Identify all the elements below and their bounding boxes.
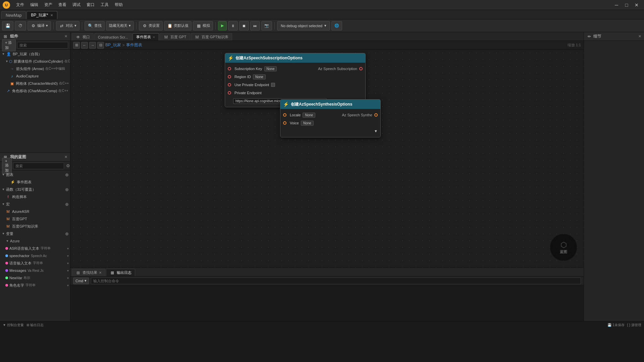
private-endpoint-checkbox[interactable] bbox=[271, 83, 275, 87]
compile-button[interactable]: ⚙ 编译 ▾ bbox=[28, 21, 51, 31]
var-newvar[interactable]: NewVar 布尔 ▾ bbox=[0, 274, 70, 282]
nav-back-button[interactable]: ← bbox=[81, 42, 88, 49]
breadcrumb-current[interactable]: 事件图表 bbox=[126, 42, 142, 48]
nav-grid-button[interactable]: ⊞ bbox=[73, 42, 80, 49]
status-save: 💾 1未保存 bbox=[607, 323, 625, 327]
tab-construction[interactable]: Construction Scr... bbox=[94, 33, 132, 41]
azure-group-arrow: ▼ bbox=[5, 239, 9, 243]
section-variables[interactable]: ▼ 变量 ⊕ bbox=[0, 230, 70, 237]
tree-item-audio[interactable]: ♪ AudioCapture bbox=[0, 72, 70, 80]
var-group-azure[interactable]: ▼ Azure bbox=[0, 237, 70, 245]
pause-button[interactable]: ⏸ bbox=[228, 21, 238, 31]
stop-button[interactable]: ⏹ bbox=[239, 21, 249, 31]
var-voice-input[interactable]: 语音输入文本 字符串 ▾ bbox=[0, 259, 70, 267]
globe-button[interactable]: 🌐 bbox=[331, 21, 342, 31]
menu-window[interactable]: 窗口 bbox=[84, 1, 97, 9]
nav-home-button[interactable]: ⊟ bbox=[97, 42, 104, 49]
simulate-button[interactable]: ▦ 模拟 bbox=[193, 21, 213, 31]
tree-item-mesh[interactable]: ▣ 网格体 (CharacterMesh0) 在C++ bbox=[0, 80, 70, 87]
hide-unrelated-button[interactable]: 隐藏无相关 ▾ bbox=[106, 21, 134, 31]
tree-item-arrow[interactable]: → 箭头组件 (Arrow) 在C++中编辑 bbox=[0, 65, 70, 72]
tab-newmap[interactable]: NewMap bbox=[1, 11, 26, 19]
simulate-label: 模拟 bbox=[203, 23, 210, 28]
functions-label: 函数（31可覆盖） bbox=[6, 187, 36, 192]
var-char-name[interactable]: 角色名字 字符串 ▾ bbox=[0, 282, 70, 289]
debug-dropdown[interactable]: No debug object selected ▾ bbox=[277, 21, 330, 31]
var-speechactor[interactable]: speechactor Speech Ac ▾ bbox=[0, 252, 70, 259]
section-event-graph[interactable]: ▶ ⚡ 事件图表 bbox=[0, 178, 70, 186]
components-close[interactable]: ✕ bbox=[64, 34, 67, 39]
bp-search-input[interactable] bbox=[13, 163, 64, 169]
cmd-select[interactable]: Cmd ▾ bbox=[73, 278, 89, 284]
section-graphs[interactable]: ▼ 图表 ⊕ bbox=[0, 171, 70, 178]
cmd-input[interactable] bbox=[91, 278, 581, 284]
find-results-close[interactable]: ✕ bbox=[99, 271, 102, 275]
sep-3 bbox=[136, 22, 137, 29]
synthesis-dropdown[interactable]: ▼ bbox=[374, 129, 378, 133]
macro-baidu-gpt-kb[interactable]: M 百度GPT知识库 bbox=[0, 223, 70, 230]
bp-settings-icon[interactable]: ⚙ bbox=[66, 163, 70, 168]
camera-button[interactable]: 📷 bbox=[261, 21, 272, 31]
macro-azure-asr[interactable]: M AzureASR bbox=[0, 208, 70, 215]
menu-view[interactable]: 查看 bbox=[56, 1, 69, 9]
save-button[interactable]: 💾 bbox=[2, 21, 13, 31]
var-voice-input-name: 语音输入文本 bbox=[9, 261, 32, 266]
tab-event-graph[interactable]: 事件图表 ✕ bbox=[132, 33, 159, 41]
var-char-name-type: 字符串 bbox=[25, 283, 36, 288]
locale-value[interactable]: None bbox=[303, 113, 315, 118]
class-settings-button[interactable]: ⚙ 类设置 bbox=[139, 21, 163, 31]
variables-add-icon[interactable]: ⊕ bbox=[65, 231, 69, 236]
menu-edit[interactable]: 编辑 bbox=[28, 1, 41, 9]
tab-bp-player[interactable]: BP_玩家* ✕ bbox=[26, 11, 57, 19]
functions-add-icon[interactable]: ⊕ bbox=[65, 187, 69, 192]
sub-key-value[interactable]: None bbox=[264, 66, 277, 71]
tab-bp-player-close[interactable]: ✕ bbox=[50, 13, 53, 17]
audio-icon: ♪ bbox=[9, 73, 15, 79]
tree-item-root[interactable]: ▼ 👤 BP_玩家（自我） bbox=[0, 50, 70, 58]
region-value[interactable]: None bbox=[253, 74, 266, 79]
close-button[interactable]: ✕ bbox=[632, 2, 641, 8]
zoom-level: 缩放 1:1 bbox=[568, 43, 581, 48]
tree-item-movement[interactable]: ↗ 角色移动 (CharMoveComp) 在C++ bbox=[0, 87, 70, 95]
macro-baidu-gpt[interactable]: M 百度GPT bbox=[0, 215, 70, 223]
nav-forward-button[interactable]: → bbox=[89, 42, 96, 49]
menu-file[interactable]: 文件 bbox=[13, 1, 27, 9]
section-functions[interactable]: ▼ 函数（31可覆盖） ⊕ bbox=[0, 186, 70, 193]
tree-item-capsule[interactable]: ▼ ⬡ 胶囊体组件 (CollisionCylinder) 在C+ bbox=[0, 58, 70, 65]
component-search-input[interactable] bbox=[17, 42, 68, 49]
voice-value[interactable]: None bbox=[301, 121, 314, 126]
menu-asset[interactable]: 资产 bbox=[42, 1, 55, 9]
tab-baidu-gpt[interactable]: M 百度 GPT bbox=[160, 33, 190, 41]
find-results-label: 查找结果 bbox=[83, 270, 97, 275]
tab-viewport[interactable]: 👁 视口 bbox=[72, 33, 94, 41]
my-bp-close[interactable]: ✕ bbox=[64, 155, 67, 159]
var-messages[interactable]: Messages Va Rest Js ▾ bbox=[0, 267, 70, 274]
compare-button[interactable]: ⇄ 对比 ▾ bbox=[56, 21, 79, 31]
macros-add-icon[interactable]: ⊕ bbox=[65, 202, 69, 207]
menu-debug[interactable]: 调试 bbox=[70, 1, 83, 9]
tab-bottom-output[interactable]: ⊞ 输出日志 bbox=[106, 269, 135, 276]
breadcrumb-root[interactable]: BP_玩家 bbox=[105, 42, 121, 48]
right-panel-close[interactable]: ✕ bbox=[638, 34, 641, 39]
bp-canvas[interactable]: ⚡ 创建AzSpeechSubscriptionOptions Subscrip… bbox=[70, 50, 584, 267]
var-asr-input[interactable]: ASR语音输入文本 字符串 ▾ bbox=[0, 245, 70, 252]
menu-tools[interactable]: 工具 bbox=[98, 1, 111, 9]
menu-help[interactable]: 帮助 bbox=[112, 1, 125, 9]
macros-label: 宏 bbox=[6, 202, 10, 207]
function-construct-script[interactable]: f 构造脚本 bbox=[0, 193, 70, 200]
maximize-button[interactable]: □ bbox=[622, 2, 631, 8]
sep-5 bbox=[274, 22, 275, 29]
tab-bottom-find[interactable]: ⊞ 查找结果 ✕ bbox=[72, 269, 105, 276]
history-button[interactable]: ⏱ bbox=[15, 21, 26, 31]
construct-icon: f bbox=[5, 194, 11, 199]
tab-baidu-gpt-kb[interactable]: M 百度 GPT知识库 bbox=[191, 33, 232, 41]
section-macros[interactable]: ▼ 宏 ⊕ bbox=[0, 200, 70, 208]
macro-az-asr-label: AzureASR bbox=[12, 209, 29, 214]
class-defaults-button[interactable]: 📋 类默认值 bbox=[164, 21, 192, 31]
event-graph-close[interactable]: ✕ bbox=[153, 36, 155, 39]
minimize-button[interactable]: ─ bbox=[612, 2, 621, 8]
find-button[interactable]: 🔍 查找 bbox=[85, 21, 105, 31]
play-button[interactable]: ▶ bbox=[218, 21, 227, 31]
graphs-add-icon[interactable]: ⊕ bbox=[65, 172, 69, 177]
skip-button[interactable]: ⏭ bbox=[250, 21, 260, 31]
